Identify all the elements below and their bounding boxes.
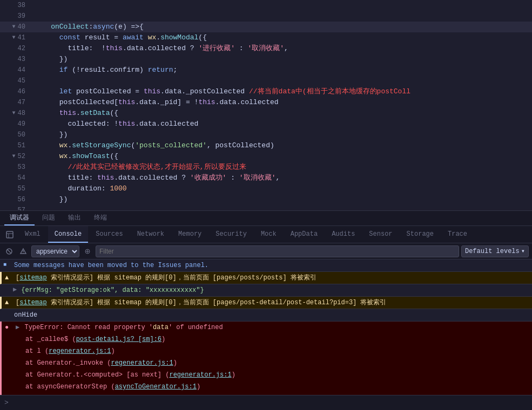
msg-text-obj: {errMsg: "getStorage:ok", data: "xxxxxxx… — [21, 285, 529, 295]
link-regenerator-3[interactable]: regenerator.js:1 — [169, 371, 231, 379]
sitemap-link-1[interactable]: sitemap — [19, 274, 46, 282]
log-levels-btn[interactable]: Default levels ▾ — [461, 245, 529, 257]
warn-icon-1: ▲ — [5, 274, 12, 282]
code-content-56: }) — [30, 194, 532, 205]
msg-text-frame3: at Generator._invoke (regenerator.js:1) — [15, 358, 529, 368]
code-content-42: title: !this.data.collected ? '进行收藏' : '… — [30, 43, 532, 54]
code-line-50: 50 }) — [0, 129, 532, 140]
warn-icon-2: ▲ — [5, 299, 12, 306]
msg-text-frame1: at _callee$ (post-detail.js? [sm]:6) — [15, 334, 529, 344]
tab-memory[interactable]: Memory — [172, 226, 208, 243]
line-number-46: 46 — [0, 86, 30, 97]
code-editor: 38 39 ▼40 onCollect:async(e) =>{ ▼41 con… — [0, 0, 532, 210]
expand-arrow-obj: ▶ — [13, 285, 17, 293]
clear-console-btn[interactable] — [3, 245, 15, 257]
tab-console[interactable]: Console — [48, 226, 88, 243]
line-number-54: 54 — [0, 173, 30, 183]
code-content-40: onCollect:async(e) =>{ — [30, 22, 532, 32]
sitemap-link-2[interactable]: sitemap — [19, 299, 46, 306]
line-number-57: 57 — [0, 205, 30, 210]
line-number-52: ▼52 — [0, 151, 30, 162]
console-msg-warn1[interactable]: ▲ [sitemap 索引情况提示] 根据 sitemap 的规则[0]，当前页… — [0, 272, 532, 284]
svg-rect-0 — [6, 231, 13, 238]
console-prompt: > — [4, 399, 9, 407]
tab-debugger[interactable]: 调试器 — [4, 211, 35, 226]
error-icon: ● — [5, 324, 12, 331]
console-msg-error-main[interactable]: ● ▶ TypeError: Cannot read property 'dat… — [2, 322, 532, 333]
code-content-50: }) — [30, 129, 532, 140]
line-number-45: 45 — [0, 76, 30, 86]
tab-storage[interactable]: Storage — [400, 226, 440, 243]
code-line-57: 57 — [0, 205, 532, 210]
code-line-44: 44 if (!result.confirm) return; — [0, 65, 532, 76]
tab-trace[interactable]: Trace — [441, 226, 474, 243]
pause-on-exception-btn[interactable] — [17, 245, 29, 257]
tab-terminal[interactable]: 终端 — [89, 211, 112, 226]
msg-text-frame4: at Generator.t.<computed> [as next] (reg… — [15, 370, 529, 380]
code-line-45: 45 — [0, 76, 532, 86]
levels-label: Default levels — [465, 248, 520, 255]
info-icon: ■ — [3, 262, 11, 268]
tab-security[interactable]: Security — [209, 226, 253, 243]
code-line-39: 39 — [0, 11, 532, 22]
console-toolbar: appservice Default levels ▾ — [0, 243, 532, 259]
inspect-icon-btn[interactable] — [2, 227, 17, 242]
msg-text-frame5: at asyncGeneratorStep (asyncToGenerator.… — [15, 382, 529, 392]
code-line-38: 38 — [0, 0, 532, 11]
console-content[interactable]: ■ Some messages have been moved to the I… — [0, 259, 532, 395]
code-lines: 38 39 ▼40 onCollect:async(e) =>{ ▼41 con… — [0, 0, 532, 210]
code-line-41: ▼41 const result = await wx.showModal({ — [0, 32, 532, 43]
code-line-49: 49 collected: !this.data.collected — [0, 119, 532, 129]
line-number-38: 38 — [0, 0, 30, 11]
tab-issues[interactable]: 问题 — [37, 211, 60, 226]
code-content-53: //此处其实已经被修改完状态,才开始提示,所以要反过来 — [30, 162, 532, 173]
tab-network[interactable]: Network — [131, 226, 171, 243]
link-regenerator-2[interactable]: regenerator.js:1 — [111, 359, 173, 367]
msg-text-warn2: [sitemap 索引情况提示] 根据 sitemap 的规则[0]，当前页面 … — [16, 298, 529, 308]
tab-wxml[interactable]: Wxml — [18, 226, 47, 243]
console-msg-error-frame1: at _callee$ (post-detail.js? [sm]:6) — [2, 333, 532, 345]
link-regenerator-1[interactable]: regenerator.js:1 — [49, 347, 111, 355]
console-msg-warn2[interactable]: ▲ [sitemap 索引情况提示] 根据 sitemap 的规则[0]，当前页… — [0, 297, 532, 309]
line-number-49: 49 — [0, 119, 30, 129]
code-line-55: 55 duration: 1000 — [0, 183, 532, 194]
console-msg-obj[interactable]: ▶ {errMsg: "getStorage:ok", data: "xxxxx… — [0, 284, 532, 297]
msg-text-frame2: at l (regenerator.js:1) — [15, 346, 529, 356]
line-number-44: 44 — [0, 65, 30, 76]
line-number-50: 50 — [0, 129, 30, 140]
line-number-48: ▼48 — [0, 108, 30, 119]
code-content-48: this.setData({ — [30, 108, 532, 119]
tab-audits[interactable]: Audits — [325, 226, 361, 243]
link-post-detail-1[interactable]: post-detail.js? [sm]:6 — [76, 336, 161, 343]
code-line-43: 43 }) — [0, 54, 532, 65]
console-msg-error-frame5: at asyncGeneratorStep (asyncToGenerator.… — [2, 381, 532, 393]
tab-sensor[interactable]: Sensor — [362, 226, 399, 243]
context-dropdown-btn[interactable] — [82, 245, 93, 257]
line-number-47: 47 — [0, 97, 30, 108]
code-content-49: collected: !this.data.collected — [30, 119, 532, 129]
error-block: ● ▶ TypeError: Cannot read property 'dat… — [0, 322, 532, 395]
line-number-56: 56 — [0, 194, 30, 205]
line-number-51: 51 — [0, 140, 30, 151]
code-content-41: const result = await wx.showModal({ — [30, 32, 532, 43]
line-number-55: 55 — [0, 183, 30, 194]
console-msg-error-frame2: at l (regenerator.js:1) — [2, 345, 532, 357]
tab-mock[interactable]: Mock — [254, 226, 283, 243]
code-content-46: let postCollected = this.data._postColle… — [30, 86, 532, 97]
console-input[interactable] — [12, 399, 528, 407]
context-selector[interactable]: appservice — [31, 245, 79, 257]
filter-input[interactable] — [96, 245, 459, 257]
console-msg-error-frame3: at Generator._invoke (regenerator.js:1) — [2, 357, 532, 369]
svg-point-7 — [23, 252, 23, 253]
code-line-48: ▼48 this.setData({ — [0, 108, 532, 119]
tab-output[interactable]: 输出 — [63, 211, 86, 226]
code-content-43: }) — [30, 54, 532, 65]
msg-text-warn1: [sitemap 索引情况提示] 根据 sitemap 的规则[0]，当前页面 … — [16, 273, 529, 283]
tab-appdata[interactable]: AppData — [284, 226, 324, 243]
console-msg-onhide: onHide — [0, 309, 532, 322]
console-input-row: > — [0, 395, 532, 410]
code-content-47: postCollected[this.data._pid] = !this.da… — [30, 97, 532, 108]
svg-line-4 — [7, 249, 11, 254]
link-async-1[interactable]: asyncToGenerator.js:1 — [115, 383, 197, 391]
tab-sources[interactable]: Sources — [89, 226, 129, 243]
